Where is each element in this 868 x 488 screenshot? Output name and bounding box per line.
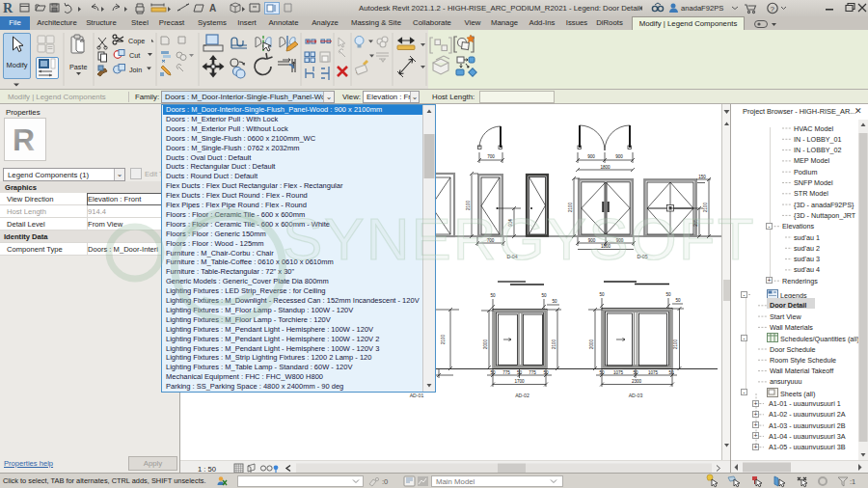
svg-text:50: 50 <box>633 370 638 375</box>
svg-text:2100: 2100 <box>703 202 708 212</box>
svg-text:2100: 2100 <box>552 339 556 349</box>
svg-text:900: 900 <box>588 238 596 243</box>
svg-text:50: 50 <box>599 370 605 375</box>
svg-text:D-04: D-04 <box>506 254 517 259</box>
svg-text:775: 775 <box>529 370 536 375</box>
svg-text:775: 775 <box>502 370 510 375</box>
svg-text:2100: 2100 <box>466 200 471 210</box>
svg-text:AD-02: AD-02 <box>515 393 529 398</box>
svg-text:Join: Join <box>129 66 142 74</box>
svg-text:150: 150 <box>698 175 706 179</box>
svg-text:50: 50 <box>552 299 557 304</box>
svg-text:AD-01: AD-01 <box>410 393 424 398</box>
svg-text:1800: 1800 <box>600 165 610 170</box>
svg-text:Cope: Cope <box>128 37 145 45</box>
svg-text:700: 700 <box>487 154 495 159</box>
svg-text:50: 50 <box>665 292 671 297</box>
svg-text::0: :0 <box>382 477 388 486</box>
svg-text:50: 50 <box>490 293 496 298</box>
svg-text:?: ? <box>771 5 775 14</box>
svg-text:205: 205 <box>693 219 698 227</box>
svg-text:1700: 1700 <box>514 379 525 384</box>
svg-text:1075: 1075 <box>648 370 659 375</box>
svg-text:Paste: Paste <box>69 63 87 71</box>
svg-text:50: 50 <box>599 292 605 297</box>
svg-text:2000: 2000 <box>589 339 594 349</box>
svg-text:2300: 2300 <box>632 379 642 384</box>
svg-text:1800: 1800 <box>601 244 611 249</box>
svg-text:50: 50 <box>543 370 549 375</box>
svg-text:50: 50 <box>490 370 496 375</box>
svg-text:Cut: Cut <box>129 51 140 60</box>
svg-text:2100: 2100 <box>568 202 573 212</box>
svg-text:2000: 2000 <box>483 339 488 349</box>
svg-text:50: 50 <box>517 370 523 375</box>
svg-text:R: R <box>13 122 35 157</box>
svg-text:A: A <box>209 3 216 14</box>
svg-text:700: 700 <box>487 238 495 243</box>
svg-text:50: 50 <box>668 370 674 375</box>
svg-text::1: :1 <box>850 477 855 486</box>
svg-text:2100: 2100 <box>673 339 678 349</box>
svg-text:914: 914 <box>508 219 513 227</box>
svg-text:1075: 1075 <box>613 370 624 375</box>
svg-text:50: 50 <box>675 298 681 303</box>
svg-text:900: 900 <box>616 238 624 243</box>
svg-text:R: R <box>3 1 14 15</box>
svg-text:900: 900 <box>615 154 623 159</box>
svg-text:50: 50 <box>541 293 547 298</box>
svg-text:900: 900 <box>587 154 595 159</box>
svg-text:2100: 2100 <box>441 334 446 344</box>
svg-text:AD-03: AD-03 <box>629 393 643 398</box>
svg-text:D-05: D-05 <box>637 254 647 259</box>
svg-text:Main Model: Main Model <box>436 477 475 486</box>
